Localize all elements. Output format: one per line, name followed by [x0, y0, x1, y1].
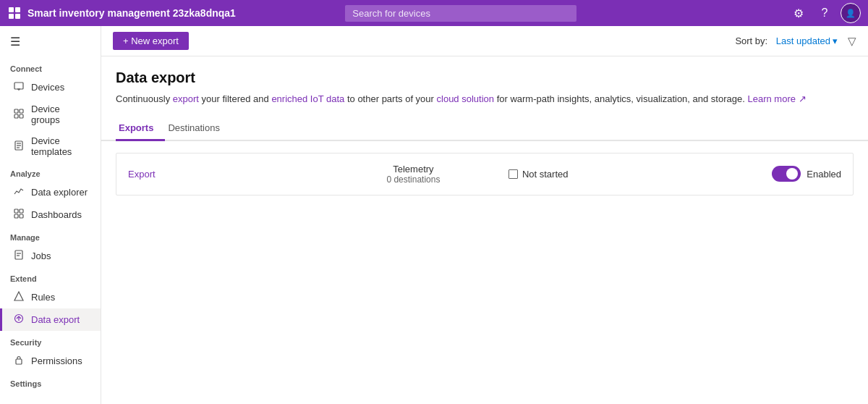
svg-rect-16 — [20, 209, 23, 213]
sort-by-label: Sort by: — [735, 35, 767, 46]
svg-rect-1 — [15, 7, 20, 12]
section-security-label: Security — [0, 331, 101, 350]
sidebar-item-dashboards-label: Dashboards — [31, 209, 82, 220]
svg-rect-10 — [20, 114, 23, 118]
sidebar-item-device-groups-label: Device groups — [31, 104, 90, 125]
section-analyze-label: Analyze — [0, 162, 101, 181]
page-header: Data export Continuously export your fil… — [101, 56, 868, 117]
jobs-icon — [12, 250, 25, 262]
app-layout: ☰ Connect Devices Device groups Device t… — [0, 26, 868, 404]
tab-destinations-label: Destinations — [168, 122, 220, 133]
sidebar-item-rules[interactable]: Rules — [0, 286, 101, 308]
sidebar-item-permissions[interactable]: Permissions — [0, 350, 101, 372]
learn-more-link[interactable]: Learn more ↗ — [747, 93, 806, 104]
new-export-label: + New export — [123, 35, 179, 46]
topnav-icons: ⚙ ? 👤 — [788, 3, 861, 23]
rules-icon — [12, 291, 25, 303]
status-checkbox — [509, 169, 518, 179]
export-name-link[interactable]: Export — [128, 169, 318, 180]
svg-rect-2 — [9, 14, 14, 19]
topnav: Smart inventory management 23zka8dnqa1 ⚙… — [0, 0, 868, 26]
telemetry-destinations: 0 destinations — [318, 174, 509, 185]
toolbar: + New export Sort by: Last updated ▾ ▽ — [101, 26, 868, 56]
search-input[interactable] — [345, 5, 576, 22]
section-extend-label: Extend — [0, 267, 101, 286]
svg-rect-8 — [20, 109, 23, 113]
device-groups-icon — [12, 109, 25, 121]
export-list: Export Telemetry 0 destinations Not star… — [101, 141, 868, 207]
enriched-link[interactable]: enriched IoT data — [271, 93, 344, 104]
sidebar-item-device-groups[interactable]: Device groups — [0, 98, 101, 130]
svg-rect-4 — [14, 83, 23, 89]
search-container — [345, 5, 576, 22]
sidebar-item-data-explorer-label: Data explorer — [31, 187, 88, 198]
main-content: + New export Sort by: Last updated ▾ ▽ D… — [101, 26, 868, 404]
svg-rect-7 — [14, 109, 18, 113]
enabled-label: Enabled — [807, 169, 841, 180]
app-title: Smart inventory management 23zka8dnqa1 — [27, 7, 236, 19]
tab-exports-label: Exports — [119, 122, 153, 133]
sidebar-item-device-templates[interactable]: Device templates — [0, 130, 101, 162]
help-icon: ? — [822, 7, 828, 20]
section-connect-label: Connect — [0, 57, 101, 76]
sidebar-item-data-explorer[interactable]: Data explorer — [0, 181, 101, 203]
section-settings-label: Settings — [0, 372, 101, 391]
page-description: Continuously export your filtered and en… — [116, 92, 854, 106]
data-export-icon — [12, 313, 25, 326]
svg-marker-22 — [14, 292, 23, 300]
data-explorer-icon — [12, 186, 25, 198]
logo-icon — [7, 6, 22, 20]
sidebar-item-device-templates-label: Device templates — [31, 135, 90, 157]
filter-icon[interactable]: ▽ — [848, 35, 856, 48]
sort-value[interactable]: Last updated ▾ — [776, 35, 838, 46]
sidebar-item-data-export[interactable]: Data export — [0, 308, 101, 331]
avatar[interactable]: 👤 — [841, 3, 861, 23]
avatar-icon: 👤 — [846, 9, 856, 18]
help-button[interactable]: ? — [814, 3, 835, 23]
svg-rect-17 — [14, 214, 18, 218]
cloud-link[interactable]: cloud solution — [437, 93, 495, 104]
sidebar-item-data-export-label: Data export — [31, 314, 80, 325]
sidebar-item-rules-label: Rules — [31, 292, 55, 303]
export-status: Not started — [509, 169, 699, 180]
svg-rect-9 — [14, 114, 18, 118]
sidebar-item-dashboards[interactable]: Dashboards — [0, 203, 101, 226]
svg-rect-3 — [15, 14, 20, 19]
sort-value-label: Last updated — [776, 35, 830, 46]
sidebar-item-devices-label: Devices — [31, 82, 64, 93]
device-templates-icon — [12, 140, 25, 153]
devices-icon — [12, 81, 25, 93]
tab-exports[interactable]: Exports — [116, 117, 165, 141]
tabs: Exports Destinations — [101, 117, 868, 141]
export-toggle: Enabled — [699, 166, 841, 182]
enabled-toggle[interactable] — [772, 166, 801, 182]
new-export-button[interactable]: + New export — [113, 32, 189, 50]
section-manage-label: Manage — [0, 226, 101, 245]
sidebar-item-permissions-label: Permissions — [31, 355, 82, 366]
sort-chevron-icon: ▾ — [833, 35, 838, 46]
permissions-icon — [12, 355, 25, 367]
sort-by-container: Sort by: Last updated ▾ ▽ — [735, 35, 856, 48]
settings-icon: ⚙ — [793, 7, 804, 20]
svg-rect-19 — [15, 251, 22, 259]
svg-rect-15 — [14, 209, 18, 213]
export-telemetry: Telemetry 0 destinations — [318, 164, 509, 185]
telemetry-label: Telemetry — [318, 164, 509, 174]
sidebar-item-devices[interactable]: Devices — [0, 76, 101, 98]
svg-rect-18 — [20, 214, 23, 218]
svg-rect-0 — [9, 7, 14, 12]
page-title: Data export — [116, 70, 854, 86]
dashboards-icon — [12, 209, 25, 221]
svg-rect-25 — [16, 359, 22, 364]
sidebar: ☰ Connect Devices Device groups Device t… — [0, 26, 101, 404]
sidebar-item-jobs[interactable]: Jobs — [0, 245, 101, 267]
app-logo: Smart inventory management 23zka8dnqa1 — [7, 6, 236, 20]
toggle-slider — [772, 166, 801, 182]
table-row: Export Telemetry 0 destinations Not star… — [116, 153, 854, 195]
hamburger-button[interactable]: ☰ — [0, 26, 101, 57]
settings-button[interactable]: ⚙ — [788, 3, 809, 23]
sidebar-item-jobs-label: Jobs — [31, 251, 51, 261]
export-link[interactable]: export — [173, 93, 199, 104]
status-label: Not started — [522, 169, 569, 180]
tab-destinations[interactable]: Destinations — [165, 117, 231, 141]
